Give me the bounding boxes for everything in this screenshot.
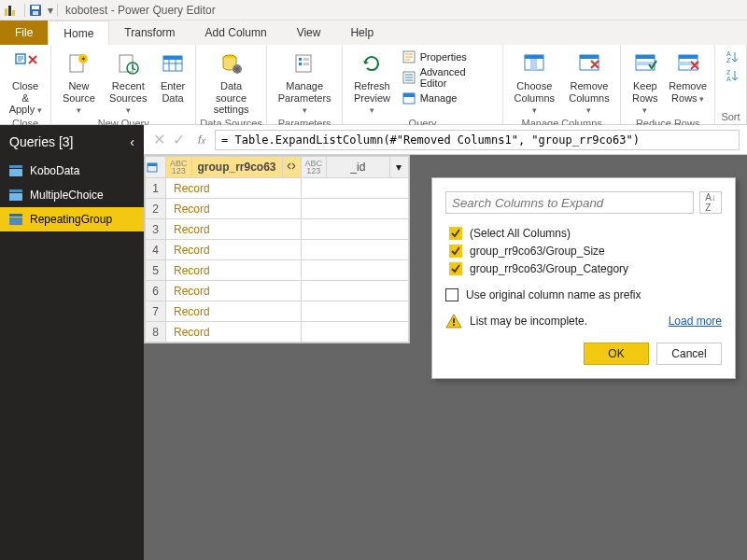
sidebar-item-repeatinggroup[interactable]: RepeatingGroup [0, 207, 144, 231]
enter-data-button[interactable]: Enter Data [154, 47, 191, 105]
new-source-button[interactable]: ✶ New Source [55, 47, 102, 118]
column-header-1[interactable]: group_rr9co63 [192, 161, 282, 174]
sort-columns-icon[interactable]: A↓Z [699, 191, 722, 214]
column-type-icon[interactable]: ABC 123 [302, 157, 328, 177]
remove-rows-button[interactable]: Remove Rows [665, 47, 711, 105]
close-apply-button[interactable]: Close & Apply [4, 47, 47, 118]
advanced-editor-button[interactable]: Advanced Editor [402, 66, 495, 89]
expand-columns-popup: A↓Z (Select All Columns) group_rr9co63/G… [431, 177, 736, 379]
properties-label: Properties [420, 51, 467, 63]
sidebar-item-multiplechoice[interactable]: MultipleChoice [0, 183, 144, 207]
properties-button[interactable]: Properties [402, 49, 495, 64]
cell-value[interactable] [301, 281, 408, 301]
cell-value[interactable]: Record [166, 301, 302, 322]
tab-help[interactable]: Help [335, 21, 388, 45]
refresh-preview-button[interactable]: Refresh Preview [346, 47, 397, 118]
row-number[interactable]: 4 [146, 240, 166, 260]
adv-editor-label: Advanced Editor [420, 66, 495, 89]
remove-cols-label: Remove Columns [566, 80, 613, 116]
manage-query-button[interactable]: Manage [402, 91, 495, 105]
tab-add-column[interactable]: Add Column [190, 21, 282, 45]
svg-rect-5 [33, 11, 38, 15]
queries-header: Queries [3] [9, 134, 73, 149]
column-type-icon[interactable]: ABC 123 [166, 157, 192, 177]
tab-home[interactable]: Home [48, 21, 109, 45]
cell-value[interactable]: Record [166, 322, 302, 343]
use-prefix-option[interactable]: Use original column name as prefix [445, 288, 722, 301]
select-all-option[interactable]: (Select All Columns) [449, 227, 722, 240]
enter-data-label: Enter Data [161, 80, 185, 104]
cancel-formula-icon[interactable]: ✕ [153, 131, 165, 148]
remove-rows-label: Remove Rows [669, 80, 707, 104]
checkbox-checked-icon [449, 227, 462, 240]
tab-view[interactable]: View [282, 21, 336, 45]
new-source-icon: ✶ [66, 49, 91, 78]
svg-rect-30 [636, 55, 655, 59]
cell-value[interactable] [301, 219, 408, 240]
grid-corner[interactable] [146, 157, 166, 178]
save-icon[interactable] [29, 4, 42, 17]
svg-rect-17 [303, 58, 309, 61]
row-number[interactable]: 5 [146, 260, 166, 281]
keep-rows-icon [633, 49, 657, 78]
keep-rows-button[interactable]: Keep Rows [625, 47, 665, 118]
column-option[interactable]: group_rr9co63/Group_Size [449, 245, 722, 258]
row-number[interactable]: 2 [146, 199, 166, 219]
cell-value[interactable]: Record [166, 178, 302, 199]
adv-editor-icon [402, 70, 416, 85]
cell-value[interactable] [301, 260, 408, 281]
row-number[interactable]: 1 [146, 178, 166, 199]
collapse-pane-icon[interactable]: ‹ [130, 134, 134, 149]
qat-dropdown-icon[interactable]: ▾ [48, 4, 53, 17]
svg-text:A: A [726, 76, 731, 82]
sidebar-item-label: RepeatingGroup [30, 213, 112, 226]
svg-rect-4 [32, 6, 39, 9]
row-number[interactable]: 3 [146, 219, 166, 240]
remove-columns-button[interactable]: Remove Columns [562, 47, 617, 118]
choose-columns-button[interactable]: Choose Columns [507, 47, 562, 118]
cell-value[interactable]: Record [166, 260, 302, 281]
column-dropdown-icon[interactable]: ▾ [389, 157, 408, 177]
svg-text:A: A [726, 50, 731, 57]
refresh-label: Refresh Preview [350, 80, 393, 116]
tab-transform[interactable]: Transform [109, 21, 190, 45]
cell-value[interactable]: Record [166, 281, 302, 301]
recent-sources-button[interactable]: Recent Sources [102, 47, 154, 118]
cell-value[interactable] [301, 240, 408, 260]
row-number[interactable]: 7 [146, 301, 166, 322]
sidebar-item-kobodata[interactable]: KoboData [0, 159, 144, 183]
svg-rect-26 [530, 59, 537, 70]
row-number[interactable]: 6 [146, 281, 166, 301]
cell-value[interactable] [301, 178, 408, 199]
svg-rect-28 [580, 55, 599, 59]
cell-value[interactable] [301, 301, 408, 322]
sort-desc-icon[interactable]: ZA [723, 69, 740, 82]
cell-value[interactable]: Record [166, 240, 302, 260]
cell-value[interactable] [301, 199, 408, 219]
manage-label: Manage [420, 92, 458, 104]
tab-file[interactable]: File [0, 21, 48, 45]
params-icon [292, 49, 317, 78]
row-number[interactable]: 8 [146, 322, 166, 343]
commit-formula-icon[interactable]: ✓ [173, 131, 185, 148]
cancel-button[interactable]: Cancel [656, 343, 722, 365]
fx-icon[interactable]: fx [189, 133, 215, 147]
cell-value[interactable]: Record [166, 219, 302, 240]
data-grid[interactable]: ABC 123 group_rr9co63 ABC 123 _id ▾ 1Rec… [144, 155, 410, 343]
ok-button[interactable]: OK [584, 343, 649, 365]
cell-value[interactable]: Record [166, 199, 302, 219]
svg-rect-31 [636, 62, 655, 65]
data-source-settings-button[interactable]: Data source settings [200, 47, 262, 118]
sort-asc-icon[interactable]: AZ [723, 50, 740, 63]
svg-rect-33 [679, 55, 698, 59]
svg-rect-1 [8, 6, 11, 16]
column-header-2[interactable]: _id [327, 161, 388, 174]
formula-input[interactable] [215, 130, 740, 150]
expand-column-icon[interactable] [282, 157, 301, 177]
search-columns-input[interactable] [445, 191, 694, 214]
column-option[interactable]: group_rr9co63/Group_Category [449, 262, 722, 275]
cell-value[interactable] [301, 322, 408, 343]
table-icon [9, 165, 22, 176]
manage-parameters-button[interactable]: Manage Parameters [271, 47, 338, 118]
load-more-link[interactable]: Load more [669, 315, 722, 328]
